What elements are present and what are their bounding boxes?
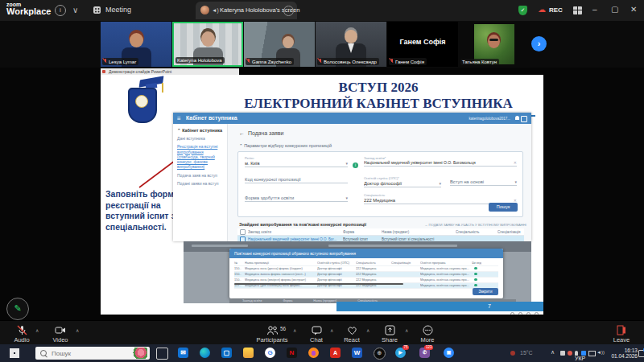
share-screen-icon — [385, 325, 395, 335]
more-button[interactable]: More — [408, 323, 447, 339]
submit-application-link[interactable]: → Подати заяву на участь у вступному вип… — [424, 223, 526, 227]
search-input[interactable] — [50, 348, 118, 360]
search-button[interactable]: Пошук — [489, 203, 518, 212]
language-indicator[interactable]: УКР — [575, 356, 585, 361]
slide-page-number: 7 — [488, 303, 491, 309]
modal-row[interactable]: 150.. Медицина заочна форма навчання (ко… — [234, 272, 498, 278]
speaker-icon[interactable]: ◄)) — [597, 350, 605, 355]
word-icon[interactable]: W — [352, 348, 362, 358]
time: 16:13 — [605, 348, 638, 353]
next-participants-button[interactable]: › — [531, 36, 547, 51]
video-button[interactable]: Video — [41, 323, 80, 339]
close-modal-button[interactable]: Закрити — [473, 288, 498, 295]
display-icon[interactable] — [588, 351, 596, 356]
participant-silhouette — [283, 36, 294, 48]
degree-select[interactable]: Освітній ступінь (ОПС)* Доктор філософії… — [364, 176, 441, 187]
zoom-app-icon[interactable]: ▣ — [444, 348, 454, 358]
video-tile-active-speaker[interactable]: Kateryna Hololobova — [172, 22, 243, 67]
task-view-icon[interactable] — [156, 348, 168, 360]
chevron-down-icon: ▾ — [439, 181, 441, 186]
netflix-icon[interactable]: N — [287, 348, 297, 358]
select-all-checkbox[interactable] — [240, 229, 246, 235]
participant-name-label: Kateryna Hololobova — [175, 57, 225, 64]
hamburger-menu-icon[interactable]: ≡ — [177, 115, 181, 122]
weather-alert-icon[interactable] — [510, 351, 515, 356]
slideshow-controls[interactable] — [336, 311, 543, 315]
region-info-icon[interactable]: i — [353, 162, 358, 168]
temperature-label[interactable]: 15°C — [520, 350, 533, 356]
search-highlight-image[interactable] — [133, 348, 147, 359]
sidebar-header[interactable]: ⌃ Кабінет вступника — [177, 128, 225, 133]
chevron-down-icon[interactable]: ∨ — [72, 5, 78, 16]
logout-icon[interactable] — [521, 116, 527, 122]
audio-options-chevron[interactable]: ∧ — [35, 327, 39, 333]
chevron-down-icon: ▾ — [345, 161, 348, 166]
taskbar-clock[interactable]: 16:13 01.04.2026 — [605, 348, 638, 359]
video-tile[interactable]: Татьяна Ковтун — [459, 22, 530, 67]
participants-button[interactable]: 56 Participants — [253, 323, 291, 339]
tab-meeting[interactable]: Meeting — [105, 6, 131, 14]
store-icon[interactable]: ▢ — [221, 348, 232, 358]
video-tile[interactable]: Ганем Софія Ганем Софія — [387, 22, 458, 67]
telegram-icon[interactable]: ▶ 75 — [395, 348, 406, 358]
info-icon[interactable]: i — [55, 5, 66, 16]
firefox-icon[interactable] — [308, 348, 319, 358]
zoom-workplace-logo: zoom Workplace — [6, 2, 51, 16]
acrobat-icon[interactable]: A — [330, 348, 341, 358]
edge-icon[interactable] — [200, 348, 210, 358]
annotate-pencil-button[interactable]: ✎ — [6, 298, 29, 320]
presentation-slide: ВСТУП 2026 ЕЛЕКТРОННИЙ КАБІНЕТ ВСТУПНИКА… — [101, 75, 543, 315]
back-arrow-icon[interactable]: ← — [239, 130, 245, 136]
viber-icon[interactable]: ✆ 123 — [419, 348, 430, 358]
react-button[interactable]: React — [332, 323, 371, 339]
tab-shared-screen[interactable]: ◄) Kateryna Hololobova's screen … — [196, 2, 297, 19]
sidebar-item-applicant-data[interactable]: Дані вступника — [177, 136, 225, 141]
security-shield-icon[interactable]: ✓ — [518, 6, 527, 15]
institution-field[interactable]: Заклад освіти* Національний медичний уні… — [364, 156, 517, 167]
google-icon[interactable]: G — [265, 348, 275, 358]
gallery-view-icon[interactable] — [573, 6, 582, 14]
meeting-toolbar: Audio ∧ Video ∧ 56 Participants ∧ — [0, 320, 644, 345]
tab-options-icon[interactable]: … — [283, 6, 294, 16]
mail-icon[interactable]: ✉ — [178, 348, 188, 358]
notifications-bell-icon[interactable] — [515, 116, 519, 120]
taskbar-search[interactable] — [35, 347, 150, 360]
muted-mic-icon — [104, 59, 107, 64]
leave-button[interactable]: Leave — [602, 323, 641, 339]
participant-name-label: Ganna Zaychenko — [246, 58, 294, 65]
notification-center-icon[interactable]: 2 — [638, 350, 644, 357]
participants-options-chevron[interactable]: ∧ — [293, 327, 296, 333]
react-options-chevron[interactable]: ∧ — [366, 327, 369, 333]
close-button[interactable]: ✕ — [630, 5, 637, 14]
zoom-window: zoom Workplace i ∨ Meeting ◄) Kateryna H… — [0, 0, 644, 362]
participant-name-label: Lesya Lymar — [102, 58, 138, 65]
admission-basis-select[interactable]: Вступ на основі ▾ — [450, 179, 517, 186]
video-tile[interactable]: Ganna Zaychenko — [244, 22, 315, 67]
tray-expand-chevron[interactable]: ∧ — [551, 349, 555, 356]
sidebar-item-submit-applications[interactable]: Подача заяв на вступ — [177, 173, 225, 178]
start-button[interactable] — [10, 348, 19, 358]
modal-row[interactable]: 150.. Медицина очна (денна) форма (бюдже… — [234, 266, 498, 272]
minimize-button[interactable]: – — [592, 5, 597, 14]
education-form-select[interactable]: Форма здобуття освіти ▾ — [245, 195, 348, 202]
proposal-code-input[interactable]: Код конкурсної пропозиції — [245, 176, 348, 183]
results-section-title: Знайдені випробування та пов'язані конку… — [239, 222, 366, 227]
modal-row[interactable]: 150.. Медицина очна (вечірня) форма (кон… — [234, 278, 498, 283]
region-select[interactable]: Регіон м. Київ ▾ — [245, 156, 348, 167]
onedrive-icon[interactable] — [568, 351, 572, 356]
video-tile[interactable]: Lesya Lymar — [101, 22, 171, 67]
battery-icon[interactable] — [560, 351, 565, 356]
file-explorer-icon[interactable] — [243, 348, 254, 358]
share-button[interactable]: Share — [370, 323, 409, 339]
filters-section-header[interactable]: ⌃ Параметри відбору конкурсних пропозиці… — [239, 143, 332, 148]
sidebar-item-submitted-applications[interactable]: Подані заяви на вступ — [177, 181, 225, 186]
muted-mic-icon — [390, 59, 394, 64]
video-options-chevron[interactable]: ∧ — [76, 327, 79, 333]
sidebar-item-exam-registration[interactable]: Реєстрація на вступні випробування (спів… — [177, 144, 225, 169]
modal-scrollbar[interactable] — [234, 283, 403, 285]
clear-icon[interactable]: ✕ — [514, 160, 517, 165]
browser-globe-icon[interactable]: ⊕ — [374, 348, 386, 360]
video-tile[interactable]: Волосовець Олександр — [316, 22, 386, 67]
maximize-button[interactable]: ▢ — [611, 5, 618, 14]
telegram-badge: 75 — [402, 345, 409, 350]
